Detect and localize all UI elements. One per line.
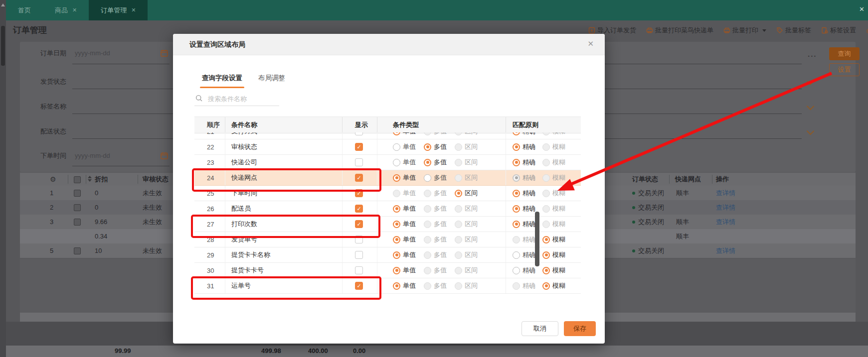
settings-button[interactable]: 设置: [829, 63, 860, 76]
batch-print-button[interactable]: 批量打印: [723, 26, 766, 35]
radio-区间[interactable]: 区间: [455, 142, 478, 151]
window-close-icon[interactable]: ✕: [859, 5, 865, 13]
more-conditions-button[interactable]: ...: [808, 50, 817, 58]
show-checkbox[interactable]: ✓: [355, 143, 363, 151]
row-checkbox[interactable]: [74, 190, 81, 197]
radio-区间[interactable]: 区间: [455, 250, 478, 259]
radio-单值[interactable]: 单值: [393, 220, 416, 229]
radio-区间[interactable]: 区间: [455, 266, 478, 275]
radio-精确[interactable]: 精确: [513, 235, 535, 244]
show-checkbox[interactable]: [355, 132, 363, 135]
radio-单值[interactable]: 单值: [393, 266, 416, 275]
close-tab-icon[interactable]: ✕: [72, 7, 77, 13]
calendar-icon[interactable]: [161, 152, 168, 159]
nav-tab-orders[interactable]: 订单管理✕: [89, 0, 148, 20]
scrollbar-thumb[interactable]: [1, 26, 5, 66]
tab-layout-adjust[interactable]: 布局调整: [258, 74, 285, 88]
row-checkbox[interactable]: [74, 219, 81, 226]
radio-模糊[interactable]: 模糊: [542, 266, 565, 275]
tab-query-fields[interactable]: 查询字段设置: [202, 74, 242, 88]
radio-多值[interactable]: 多值: [424, 235, 447, 244]
show-checkbox[interactable]: [355, 236, 363, 243]
radio-区间[interactable]: 区间: [455, 189, 478, 198]
radio-精确[interactable]: 精确: [513, 250, 535, 259]
radio-多值[interactable]: 多值: [424, 142, 447, 151]
col-discount[interactable]: 折扣: [95, 173, 108, 186]
radio-区间[interactable]: 区间: [455, 204, 478, 213]
radio-单值[interactable]: 单值: [393, 132, 416, 136]
sort-icon[interactable]: [88, 176, 92, 182]
radio-模糊[interactable]: 模糊: [542, 220, 565, 229]
show-checkbox[interactable]: [355, 251, 363, 259]
col-order-status[interactable]: 订单状态: [632, 173, 658, 186]
radio-单值[interactable]: 单值: [393, 142, 416, 151]
radio-区间[interactable]: 区间: [455, 173, 478, 182]
dialog-close-icon[interactable]: ✕: [587, 39, 594, 48]
radio-多值[interactable]: 多值: [424, 132, 447, 136]
radio-区间[interactable]: 区间: [455, 220, 478, 229]
nav-tab-products[interactable]: 商品✕: [43, 0, 89, 20]
show-checkbox[interactable]: ✓: [355, 282, 363, 290]
show-checkbox[interactable]: [355, 158, 363, 166]
radio-模糊[interactable]: 模糊: [542, 132, 565, 136]
select-all-checkbox[interactable]: [74, 176, 81, 183]
scroll-up-icon[interactable]: [1, 3, 5, 6]
radio-区间[interactable]: 区间: [455, 132, 478, 136]
radio-精确[interactable]: 精确: [513, 132, 535, 136]
radio-精确[interactable]: 精确: [513, 220, 535, 229]
export-button[interactable]: 导出: [866, 26, 868, 35]
radio-模糊[interactable]: 模糊: [542, 235, 565, 244]
place-time-start-input[interactable]: yyyy-mm-dd: [75, 152, 110, 159]
radio-单值[interactable]: 单值: [393, 189, 416, 198]
save-button[interactable]: 保存: [564, 321, 596, 336]
radio-单值[interactable]: 单值: [393, 173, 416, 182]
radio-模糊[interactable]: 模糊: [542, 189, 565, 198]
batch-label-button[interactable]: 批量标签: [776, 26, 811, 35]
radio-精确[interactable]: 精确: [513, 142, 535, 151]
radio-多值[interactable]: 多值: [424, 281, 447, 290]
radio-多值[interactable]: 多值: [424, 266, 447, 275]
radio-模糊[interactable]: 模糊: [542, 173, 565, 182]
left-scrollbar[interactable]: [0, 0, 6, 357]
radio-精确[interactable]: 精确: [513, 173, 535, 182]
show-checkbox[interactable]: ✓: [355, 205, 363, 213]
batch-print-cainiao-button[interactable]: 批量打印菜鸟快递单: [646, 26, 713, 35]
show-checkbox[interactable]: ✓: [355, 189, 363, 197]
order-date-start-input[interactable]: yyyy-mm-dd: [75, 49, 110, 57]
radio-模糊[interactable]: 模糊: [542, 281, 565, 290]
column-settings-gear-icon[interactable]: ⚙: [50, 173, 56, 186]
close-tab-icon[interactable]: ✕: [131, 7, 136, 13]
condition-search-input[interactable]: 搜索条件名称: [194, 93, 279, 106]
view-detail-link[interactable]: 查详情: [716, 243, 735, 258]
radio-模糊[interactable]: 模糊: [542, 142, 565, 151]
radio-多值[interactable]: 多值: [424, 173, 447, 182]
radio-模糊[interactable]: 模糊: [542, 158, 565, 167]
radio-多值[interactable]: 多值: [424, 158, 447, 167]
row-checkbox[interactable]: [74, 247, 81, 254]
calendar-icon[interactable]: [161, 49, 168, 57]
radio-区间[interactable]: 区间: [455, 158, 478, 167]
radio-单值[interactable]: 单值: [393, 235, 416, 244]
radio-单值[interactable]: 单值: [393, 158, 416, 167]
radio-精确[interactable]: 精确: [513, 158, 535, 167]
view-detail-link[interactable]: 查详情: [716, 186, 735, 200]
col-audit-status[interactable]: 审核状态: [143, 173, 169, 186]
radio-精确[interactable]: 精确: [513, 189, 535, 198]
show-checkbox[interactable]: ✓: [355, 174, 363, 182]
nav-tab-home[interactable]: 首页: [6, 0, 43, 20]
radio-精确[interactable]: 精确: [513, 266, 535, 275]
radio-区间[interactable]: 区间: [455, 281, 478, 290]
radio-多值[interactable]: 多值: [424, 250, 447, 259]
radio-精确[interactable]: 精确: [513, 204, 535, 213]
radio-多值[interactable]: 多值: [424, 189, 447, 198]
view-detail-link[interactable]: 查详情: [716, 215, 735, 229]
radio-模糊[interactable]: 模糊: [542, 250, 565, 259]
dialog-scrollbar-thumb[interactable]: [535, 212, 539, 266]
radio-模糊[interactable]: 模糊: [542, 204, 565, 213]
radio-多值[interactable]: 多值: [424, 220, 447, 229]
search-button[interactable]: 查询: [829, 47, 860, 60]
cancel-button[interactable]: 取消: [521, 321, 558, 336]
label-settings-button[interactable]: 标签设置: [821, 26, 856, 35]
view-detail-link[interactable]: 查详情: [716, 200, 735, 215]
radio-精确[interactable]: 精确: [513, 281, 535, 290]
